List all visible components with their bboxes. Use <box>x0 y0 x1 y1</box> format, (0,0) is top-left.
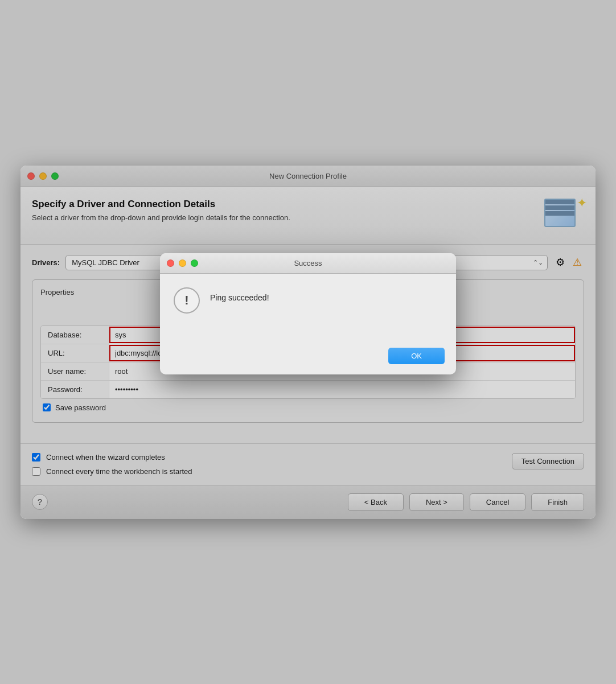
success-close-button[interactable] <box>167 259 174 267</box>
success-content: ! Ping succeeded! <box>160 274 456 342</box>
main-window: New Connection Profile Specify a Driver … <box>20 166 596 519</box>
info-icon: ! <box>174 287 200 314</box>
success-footer: OK <box>160 342 456 374</box>
ok-button[interactable]: OK <box>388 348 445 364</box>
success-message: Ping succeeded! <box>210 287 269 302</box>
dialog-overlay: Success ! Ping succeeded! OK <box>20 166 596 519</box>
success-titlebar: Success <box>160 253 456 274</box>
success-maximize-button[interactable] <box>191 259 198 267</box>
success-dialog: Success ! Ping succeeded! OK <box>160 253 456 374</box>
success-dialog-title: Success <box>294 259 322 267</box>
success-dialog-buttons <box>167 259 198 267</box>
success-minimize-button[interactable] <box>179 259 186 267</box>
